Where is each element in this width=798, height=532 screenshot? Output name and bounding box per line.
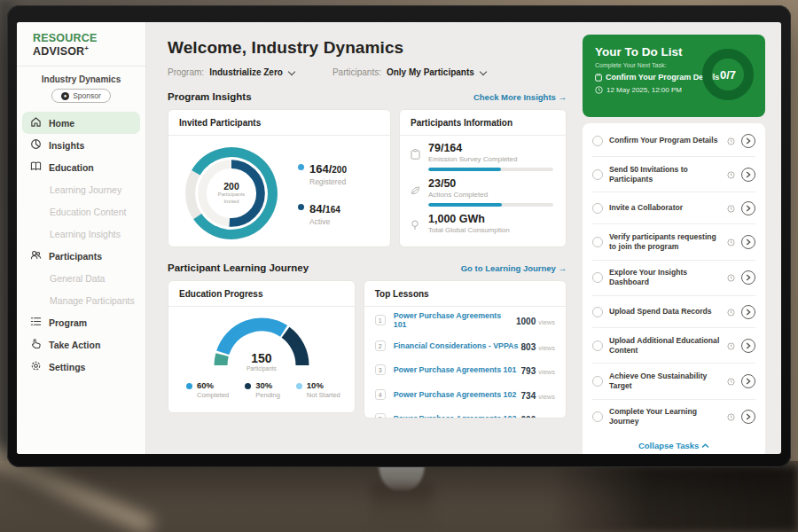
clock-icon [727,133,735,149]
logo-advisor: ADVISOR [33,45,84,58]
go-to-learning-journey-link[interactable]: Go to Learning Journey → [461,263,567,273]
sidebar-item-settings[interactable]: Settings [22,356,140,378]
sidebar-item-home[interactable]: Home [22,112,140,134]
sidebar-item-education[interactable]: Education [22,156,140,178]
lesson-rank: 1 [375,315,386,325]
lesson-title-link[interactable]: Financial Considerations - VPPAs [394,341,521,350]
info-label: Emission Survey Completed [428,155,553,163]
legend-dot [186,383,192,389]
clock-icon [727,167,735,183]
education-progress-card: Education Progress 150 Participants 60%C… [168,280,356,413]
clipboard-icon [595,74,602,82]
todo-column: Your To Do List Complete Your Next Task:… [579,22,781,454]
org-name: Industry Dynamics [17,74,145,84]
sidebar-item-learning-journey[interactable]: Learning Journey [22,178,140,200]
lesson-title-link[interactable]: Power Purchase Agreements 103 [394,414,521,419]
check-more-insights-link[interactable]: Check More Insights → [473,92,567,102]
task-checkbox[interactable] [592,307,603,317]
task-checkbox[interactable] [592,169,603,180]
task-open-button[interactable] [741,168,755,182]
arrow-right-icon: → [559,263,567,273]
top-lessons-card: Top Lessons 1Power Purchase Agreements 1… [364,280,567,419]
filter-participants[interactable]: Participants:Only My Participants [332,67,487,77]
lesson-row: 2Financial Considerations - VPPAs803view… [364,333,566,358]
sidebar-item-insights[interactable]: Insights [22,134,140,156]
info-value: 23/50 [428,177,553,190]
sidebar-item-participants[interactable]: Participants [22,245,140,267]
education-progress-title: Education Progress [168,281,355,307]
gauge-legend: 60%Completed30%Pending10%Not Started [177,376,346,399]
task-label: Upload Additional Educational Content [609,336,721,356]
task-checkbox[interactable] [592,203,603,214]
task-open-button[interactable] [741,270,755,285]
todo-task-item: Invite a Collaborator [592,192,755,223]
gauge-legend-item: 10%Not Started [296,380,340,399]
task-checkbox[interactable] [592,272,603,283]
todo-progress-ring: 0/7 [702,49,754,100]
task-open-button[interactable] [741,235,755,249]
task-open-button[interactable] [741,201,755,215]
sidebar-item-learning-insights[interactable]: Learning Insights [22,223,140,245]
todo-task-item: Achieve One Sustainability Target [592,363,755,398]
lesson-row: 5Power Purchase Agreements 103600views [364,406,566,419]
arrow-right-icon: → [559,92,567,102]
sidebar-item-label: Take Action [49,340,100,350]
lesson-title-link[interactable]: Power Purchase Agreements 102 [394,390,521,399]
learning-journey-title: Participant Learning Journey [168,262,309,273]
info-row: 79/164Emission Survey Completed [411,142,553,171]
filter-label: Participants: [332,67,381,77]
task-label: Verify participants requesting to join t… [609,232,721,252]
sidebar-item-education-content[interactable]: Education Content [22,200,140,223]
task-label: Complete Your Learning Journey [609,407,721,426]
task-open-button[interactable] [741,410,755,424]
todo-task-item: Upload Spend Data Records [592,295,755,327]
collapse-tasks-link[interactable]: Collapse Tasks [592,434,755,454]
task-label: Invite a Collaborator [609,203,721,213]
task-checkbox[interactable] [592,136,603,146]
clock-icon [727,234,735,250]
app-logo: RESOURCE ADVISOR+ [17,22,145,66]
todo-task-item: Upload Additional Educational Content [592,327,755,363]
sidebar-item-general-data[interactable]: General Data [22,267,140,289]
info-label: Actions Completed [428,191,553,199]
donut-legend-item: 84/164Active [298,200,347,226]
participants-information-rows: 79/164Emission Survey Completed23/50Acti… [400,136,566,234]
clock-icon [727,200,735,216]
sidebar: RESOURCE ADVISOR+ Industry Dynamics ● Sp… [17,22,146,454]
todo-task-item: Explore Your Insights Dashboard [592,260,755,295]
task-open-button[interactable] [741,134,755,148]
leaf-icon [411,177,421,207]
sidebar-item-take-action[interactable]: Take Action [22,333,140,356]
task-checkbox[interactable] [592,340,603,351]
sidebar-nav: HomeInsightsEducationLearning JourneyEdu… [17,112,145,378]
filter-value: Only My Participants [387,67,474,77]
filter-value: Industrialize Zero [209,67,283,77]
clock-icon [727,304,735,320]
program-icon [30,316,42,329]
lesson-views-label: views [538,368,555,376]
sidebar-item-manage-participants[interactable]: Manage Participants [22,289,140,311]
task-checkbox[interactable] [592,237,603,247]
photo-dark-corner [550,466,798,532]
filter-program[interactable]: Program:Industrialize Zero [168,67,295,77]
gauge-center-label: Participants [246,365,277,372]
task-open-button[interactable] [741,374,755,388]
sidebar-item-label: Manage Participants [50,295,135,306]
top-lessons-list: 1Power Purchase Agreements 1011000views2… [364,307,566,419]
sidebar-item-program[interactable]: Program [22,311,140,333]
lesson-row: 1Power Purchase Agreements 1011000views [364,307,566,333]
lesson-views-count: 803 [521,342,536,352]
clock-icon [727,338,735,354]
sponsor-badge-icon: ● [61,92,69,100]
task-checkbox[interactable] [592,376,603,387]
info-label: Total Global Consumption [428,226,553,234]
task-checkbox[interactable] [592,411,603,422]
task-open-button[interactable] [741,339,755,353]
lesson-title-link[interactable]: Power Purchase Agreements 101 [394,365,521,374]
monitor-stand-shadow [371,483,433,532]
lesson-rank: 3 [375,364,386,375]
task-open-button[interactable] [741,305,755,319]
lesson-title-link[interactable]: Power Purchase Agreements 101 [394,311,516,329]
lesson-views-count: 793 [521,366,536,376]
home-icon [30,116,42,129]
